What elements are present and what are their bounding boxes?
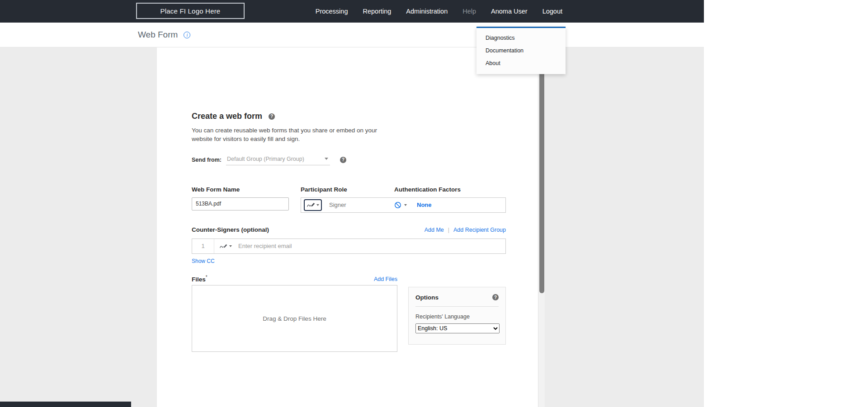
help-dropdown-menu: Diagnostics Documentation About bbox=[476, 27, 566, 74]
app-window: Place FI Logo Here Processing Reporting … bbox=[0, 0, 704, 407]
signature-icon bbox=[307, 202, 315, 208]
nav-item-user[interactable]: Anoma User bbox=[491, 8, 528, 15]
counter-signers-header: Counter-Signers (optional) Add Me | Add … bbox=[192, 226, 506, 233]
field-labels-row: Web Form Name Participant Role Authentic… bbox=[192, 185, 506, 193]
participant-row: Signer None bbox=[301, 197, 506, 213]
send-from-row: Send from: Default Group (Primary Group)… bbox=[192, 154, 506, 165]
options-column: Options ? Recipients' Language English: … bbox=[408, 287, 506, 352]
nav-item-reporting[interactable]: Reporting bbox=[363, 8, 391, 15]
options-panel: Options ? Recipients' Language English: … bbox=[408, 287, 506, 345]
form-heading: Create a web form bbox=[192, 112, 262, 121]
add-files-link[interactable]: Add Files bbox=[374, 276, 397, 282]
no-auth-icon bbox=[394, 201, 401, 209]
page-title: Web Form bbox=[138, 30, 178, 40]
chevron-down-icon bbox=[229, 245, 232, 247]
files-header: Files* Add Files bbox=[192, 275, 397, 283]
participant-role-label: Participant Role bbox=[301, 186, 347, 193]
content-area: Create a web form ? You can create reusa… bbox=[0, 47, 704, 407]
recipients-language-select[interactable]: English: US bbox=[415, 323, 500, 333]
recipient-number: 1 bbox=[192, 239, 214, 253]
fi-logo-text: Place FI Logo Here bbox=[160, 7, 221, 15]
info-icon[interactable]: i bbox=[184, 32, 190, 38]
options-title: Options bbox=[415, 294, 492, 301]
page-header: Web Form i bbox=[0, 23, 704, 47]
links-divider: | bbox=[448, 227, 449, 233]
nav-item-help[interactable]: Help bbox=[462, 8, 476, 15]
files-label: Files* bbox=[192, 275, 374, 283]
recipient-role-dropdown[interactable] bbox=[220, 243, 232, 249]
menu-item-diagnostics[interactable]: Diagnostics bbox=[476, 32, 566, 44]
file-dropzone[interactable]: Drag & Drop Files Here bbox=[192, 285, 397, 352]
auth-method-dropdown[interactable] bbox=[394, 201, 407, 209]
menu-item-documentation[interactable]: Documentation bbox=[476, 44, 566, 57]
vertical-scrollbar[interactable] bbox=[538, 47, 545, 407]
nav-item-processing[interactable]: Processing bbox=[316, 8, 348, 15]
nav-item-logout[interactable]: Logout bbox=[542, 8, 562, 15]
files-column: Files* Add Files Drag & Drop Files Here bbox=[192, 275, 397, 352]
web-form-name-label: Web Form Name bbox=[192, 186, 240, 193]
auth-factors-value[interactable]: None bbox=[417, 201, 432, 208]
recipients-language-label: Recipients' Language bbox=[415, 313, 499, 320]
recipient-row: 1 bbox=[192, 239, 506, 254]
options-divider bbox=[415, 306, 499, 307]
help-icon[interactable]: ? bbox=[269, 113, 275, 120]
web-form-name-input[interactable] bbox=[192, 197, 289, 211]
scrollbar-thumb[interactable] bbox=[539, 46, 544, 293]
signer-role-dropdown[interactable] bbox=[304, 199, 322, 211]
dropzone-text: Drag & Drop Files Here bbox=[263, 315, 326, 322]
help-icon[interactable]: ? bbox=[340, 157, 346, 163]
help-icon[interactable]: ? bbox=[492, 294, 499, 300]
recipient-email-input[interactable] bbox=[238, 243, 501, 249]
form-description: You can create reusable web forms that y… bbox=[192, 126, 391, 144]
send-from-value: Default Group (Primary Group) bbox=[227, 156, 304, 162]
participant-role-value: Signer bbox=[329, 201, 382, 208]
top-nav: Processing Reporting Administration Help… bbox=[316, 0, 562, 23]
send-from-label: Send from: bbox=[192, 157, 222, 163]
top-navbar: Place FI Logo Here Processing Reporting … bbox=[0, 0, 704, 23]
chevron-down-icon bbox=[325, 158, 328, 160]
form-heading-row: Create a web form ? bbox=[192, 112, 506, 121]
field-inputs-row: Signer None bbox=[192, 197, 506, 213]
show-cc-link[interactable]: Show CC bbox=[192, 258, 215, 264]
menu-item-about[interactable]: About bbox=[476, 57, 566, 70]
counter-signers-label: Counter-Signers (optional) bbox=[192, 226, 425, 233]
auth-factors-label: Authentication Factors bbox=[394, 186, 461, 193]
chevron-down-icon bbox=[316, 204, 319, 206]
chevron-down-icon bbox=[404, 204, 407, 206]
signature-icon bbox=[220, 243, 227, 249]
files-section: Files* Add Files Drag & Drop Files Here … bbox=[192, 275, 506, 352]
add-recipient-group-link[interactable]: Add Recipient Group bbox=[453, 227, 506, 233]
web-form-card: Create a web form ? You can create reusa… bbox=[157, 47, 538, 407]
required-mark: * bbox=[206, 275, 208, 280]
send-from-select[interactable]: Default Group (Primary Group) bbox=[226, 154, 330, 165]
nav-item-administration[interactable]: Administration bbox=[406, 8, 448, 15]
add-me-link[interactable]: Add Me bbox=[425, 227, 444, 233]
footer-strip bbox=[0, 402, 131, 407]
fi-logo-placeholder: Place FI Logo Here bbox=[136, 3, 245, 19]
options-header: Options ? bbox=[415, 294, 499, 301]
